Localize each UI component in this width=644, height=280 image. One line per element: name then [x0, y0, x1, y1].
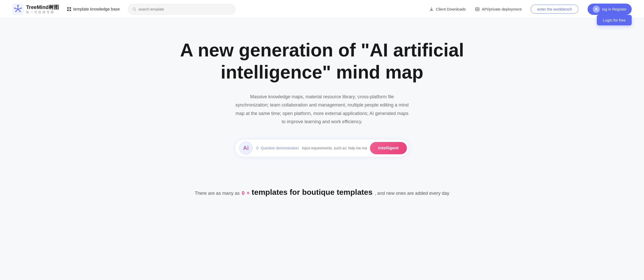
intelligent-button[interactable]: intelligent	[370, 142, 407, 154]
search-input[interactable]	[138, 7, 231, 11]
brand-subtitle: 新 一 代 思 维 导 图	[26, 10, 59, 14]
hero-section: A new generation of "AI artificial intel…	[0, 18, 644, 172]
stats-plus: +	[247, 190, 250, 196]
api-deployment-label: API/private deployment	[482, 7, 521, 11]
stats-section: There are as many as 0 + templates for b…	[0, 172, 644, 202]
login-register-label: log in Register	[602, 7, 627, 11]
svg-point-1	[17, 5, 19, 6]
bulb-icon	[256, 146, 259, 150]
login-register-button[interactable]: log in Register	[588, 4, 632, 15]
stats-trailing: , and new ones are added every day	[375, 191, 449, 196]
client-downloads-link[interactable]: Client Downloads	[429, 7, 466, 12]
user-avatar	[593, 6, 600, 13]
hero-title: A new generation of "AI artificial intel…	[143, 39, 501, 83]
ai-badge-text: Ai	[243, 145, 249, 151]
template-knowledge-base-label: template knowledge base	[73, 7, 120, 12]
svg-point-4	[14, 7, 16, 9]
ai-input-field[interactable]	[302, 146, 367, 150]
stats-prefix: There are as many as	[195, 191, 240, 196]
logo-icon	[12, 4, 24, 15]
brand-name: TreeMind树图	[26, 4, 59, 10]
nav-right: Client Downloads API/private deployment …	[429, 4, 632, 15]
logo-text: TreeMind树图 新 一 代 思 维 导 图	[26, 4, 59, 14]
search-bar[interactable]	[128, 4, 236, 15]
svg-point-3	[19, 11, 21, 12]
api-icon	[475, 7, 480, 12]
logo-area[interactable]: TreeMind树图 新 一 代 思 维 导 图	[12, 4, 59, 15]
ai-question-demo[interactable]: Question demonstration	[256, 146, 299, 150]
search-icon	[132, 7, 136, 11]
grid-icon	[67, 7, 71, 11]
enter-workbench-button[interactable]: enter the workbench	[531, 5, 578, 14]
template-knowledge-base-link[interactable]: template knowledge base	[67, 7, 120, 12]
stats-templates-bold: templates for boutique templates	[251, 188, 373, 197]
login-dropdown[interactable]: Login for free	[597, 15, 632, 25]
svg-point-5	[20, 7, 22, 9]
download-icon	[429, 7, 434, 12]
navbar: TreeMind树图 新 一 代 思 维 导 图 template knowle…	[0, 0, 644, 18]
ai-badge: Ai	[239, 141, 253, 155]
hero-description: Massive knowledge maps, material resourc…	[235, 93, 409, 126]
api-deployment-link[interactable]: API/private deployment	[475, 7, 521, 12]
login-register-container: log in Register Login for free	[588, 4, 632, 15]
svg-point-8	[596, 8, 597, 9]
ai-input-bar: Ai Question demonstration intelligent	[235, 139, 409, 157]
client-downloads-label: Client Downloads	[436, 7, 466, 11]
stats-zero: 0	[242, 190, 245, 196]
question-demo-label: Question demonstration	[261, 146, 299, 150]
svg-point-2	[15, 11, 17, 12]
svg-point-9	[256, 147, 258, 149]
